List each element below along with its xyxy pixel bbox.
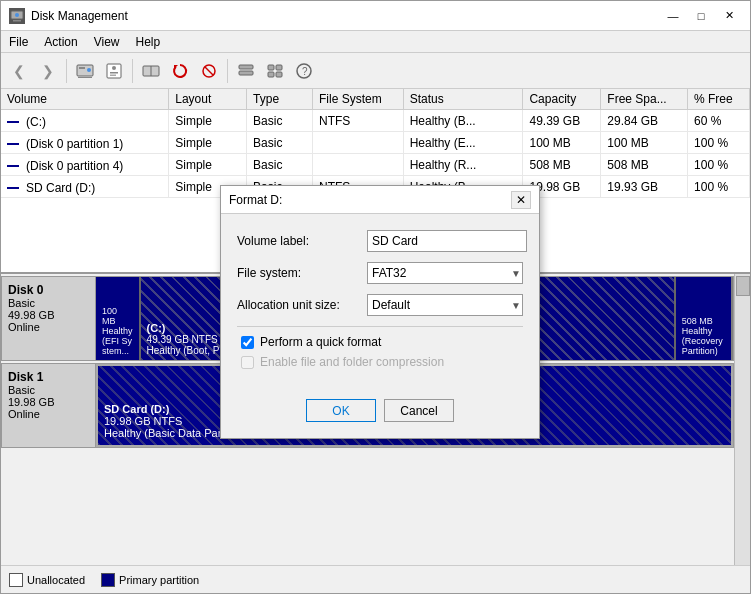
cell-volume: SD Card (D:) [1,176,169,198]
format-dialog: Format D: ✕ Volume label: File system: F… [220,185,540,439]
svg-rect-1 [13,20,21,22]
scrollbar[interactable] [734,274,750,565]
menu-help[interactable]: Help [128,31,169,52]
toolbar-cancel[interactable] [195,57,223,85]
disk-0-label: Disk 0 Basic 49.98 GB Online [1,276,96,361]
file-system-select-wrapper: FAT32 NTFS exFAT ▼ [367,262,523,284]
toolbar: ❮ ❯ ? [1,53,750,89]
menu-file[interactable]: File [1,31,36,52]
cell-layout: Simple [169,154,247,176]
legend-unallocated: Unallocated [9,573,85,587]
alloc-unit-select[interactable]: Default 512 1024 2048 4096 [367,294,523,316]
status-bar: Unallocated Primary partition [1,565,750,593]
cell-capacity: 49.39 GB [523,110,601,132]
dialog-body: Volume label: File system: FAT32 NTFS ex… [221,214,539,391]
toolbar-sep2 [132,59,133,83]
toolbar-help[interactable]: ? [290,57,318,85]
toolbar-disk[interactable] [71,57,99,85]
primary-box [101,573,115,587]
compress-label: Enable file and folder compression [260,355,444,369]
cell-type: Basic [247,154,313,176]
cell-free: 19.93 GB [601,176,688,198]
minimize-button[interactable]: — [660,6,686,26]
maximize-button[interactable]: □ [688,6,714,26]
cell-layout: Simple [169,132,247,154]
toolbar-forward[interactable]: ❯ [34,57,62,85]
cell-free: 100 MB [601,132,688,154]
alloc-unit-select-wrapper: Default 512 1024 2048 4096 ▼ [367,294,523,316]
file-system-select[interactable]: FAT32 NTFS exFAT [367,262,523,284]
svg-rect-20 [268,72,274,77]
compress-row: Enable file and folder compression [237,355,523,369]
compress-checkbox[interactable] [241,356,254,369]
col-volume[interactable]: Volume [1,89,169,110]
menu-action[interactable]: Action [36,31,85,52]
toolbar-back[interactable]: ❮ [5,57,33,85]
col-layout[interactable]: Layout [169,89,247,110]
cell-volume: (C:) [1,110,169,132]
col-capacity[interactable]: Capacity [523,89,601,110]
close-button[interactable]: ✕ [716,6,742,26]
table-row[interactable]: (C:) Simple Basic NTFS Healthy (B... 49.… [1,110,750,132]
cell-capacity: 508 MB [523,154,601,176]
svg-rect-4 [79,67,85,69]
table-row[interactable]: (Disk 0 partition 1) Simple Basic Health… [1,132,750,154]
svg-point-5 [87,68,91,72]
svg-line-15 [205,67,213,75]
app-icon [9,8,25,24]
cell-volume: (Disk 0 partition 4) [1,154,169,176]
svg-rect-17 [239,71,253,75]
unallocated-label: Unallocated [27,574,85,586]
toolbar-view1[interactable] [232,57,260,85]
col-status[interactable]: Status [403,89,523,110]
title-bar: Disk Management — □ ✕ [1,1,750,31]
quick-format-checkbox[interactable] [241,336,254,349]
toolbar-sep1 [66,59,67,83]
cell-layout: Simple [169,110,247,132]
file-system-label: File system: [237,266,367,280]
volume-label-label: Volume label: [237,234,367,248]
partition-efi[interactable]: 100 MB Healthy (EFI System... [96,277,141,360]
cell-status: Healthy (R... [403,154,523,176]
svg-point-2 [15,13,19,17]
svg-point-8 [112,66,116,70]
ok-button[interactable]: OK [306,399,376,422]
menu-view[interactable]: View [86,31,128,52]
dialog-buttons: OK Cancel [221,391,539,438]
cell-free: 29.84 GB [601,110,688,132]
col-fs[interactable]: File System [312,89,403,110]
svg-rect-9 [110,72,118,74]
toolbar-properties[interactable] [100,57,128,85]
toolbar-refresh[interactable] [166,57,194,85]
svg-rect-6 [78,77,92,78]
svg-rect-19 [276,65,282,70]
primary-label: Primary partition [119,574,199,586]
cell-pct: 100 % [688,176,750,198]
col-type[interactable]: Type [247,89,313,110]
table-row[interactable]: (Disk 0 partition 4) Simple Basic Health… [1,154,750,176]
cancel-button[interactable]: Cancel [384,399,454,422]
partition-recovery[interactable]: 508 MB Healthy (Recovery Partition) [676,277,733,360]
cell-pct: 60 % [688,110,750,132]
col-free[interactable]: Free Spa... [601,89,688,110]
volume-label-input[interactable] [367,230,527,252]
cell-free: 508 MB [601,154,688,176]
cell-fs [312,132,403,154]
dialog-title-bar: Format D: ✕ [221,186,539,214]
cell-status: Healthy (E... [403,132,523,154]
svg-rect-16 [239,65,253,69]
cell-volume: (Disk 0 partition 1) [1,132,169,154]
unallocated-box [9,573,23,587]
cell-fs: NTFS [312,110,403,132]
alloc-unit-row: Allocation unit size: Default 512 1024 2… [237,294,523,316]
col-pct[interactable]: % Free [688,89,750,110]
quick-format-label: Perform a quick format [260,335,381,349]
scrollbar-thumb[interactable] [736,276,750,296]
svg-text:?: ? [302,66,308,77]
toolbar-view2[interactable] [261,57,289,85]
volume-label-row: Volume label: [237,230,523,252]
dialog-close-button[interactable]: ✕ [511,191,531,209]
cell-status: Healthy (B... [403,110,523,132]
toolbar-partition[interactable] [137,57,165,85]
svg-rect-21 [276,72,282,77]
